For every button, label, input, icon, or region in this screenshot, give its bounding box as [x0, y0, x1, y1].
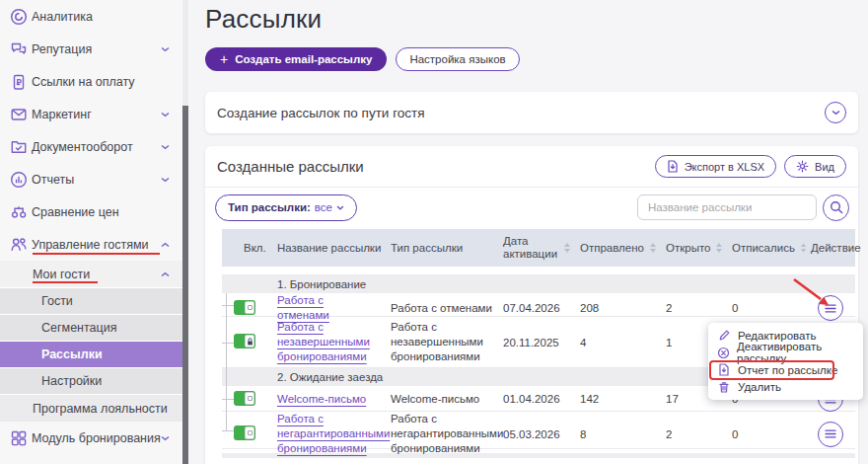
search-input[interactable]: [637, 194, 817, 220]
opened-count: 2: [666, 302, 732, 314]
mailing-name-link[interactable]: Работа с незавершенными бронированиями: [277, 320, 385, 364]
guest-journey-title: Создание рассылок по пути гостя: [217, 106, 425, 120]
chevron-down-icon: [161, 112, 170, 117]
gear-icon: [796, 160, 809, 173]
reports-icon: [9, 170, 29, 190]
sidebar-item-price-compare[interactable]: Сравнение цен: [0, 195, 182, 228]
tree-line: [222, 430, 234, 431]
tree-line: [222, 305, 234, 306]
mailing-type: Welcome-письмо: [391, 392, 483, 407]
export-file-icon: [667, 160, 679, 173]
sidebar-item-settings[interactable]: Настройки: [0, 367, 182, 394]
sidebar-item-analytics[interactable]: Аналитика: [0, 0, 182, 33]
col-header-sent[interactable]: Отправлено: [580, 242, 666, 254]
view-settings-button[interactable]: Вид: [784, 155, 846, 178]
sidebar-scrollbar-thumb[interactable]: [182, 106, 188, 464]
menu-item-report[interactable]: Отчет по рассылке: [708, 361, 863, 379]
col-header-opened[interactable]: Открыто: [666, 242, 732, 254]
page-title: Рассылки: [205, 4, 868, 35]
sidebar-item-my-guests[interactable]: Мои гости: [0, 261, 182, 287]
sidebar-item-loyalty-program[interactable]: Программа лояльности: [0, 394, 182, 422]
sent-count: 4: [580, 337, 666, 348]
sidebar-item-documents[interactable]: Документооборот: [0, 130, 182, 163]
pencil-icon: [717, 329, 731, 342]
reputation-icon: [9, 39, 29, 59]
sidebar-item-reports[interactable]: Отчеты: [0, 163, 182, 195]
mailing-type-filter[interactable]: Тип рассылки: все: [215, 194, 357, 221]
language-settings-label: Настройка языков: [409, 53, 505, 65]
filter-label: Тип рассылки:: [228, 201, 311, 213]
search-icon: [830, 200, 843, 214]
row-actions-button[interactable]: [818, 295, 843, 321]
price-compare-icon: [9, 202, 29, 222]
guest-journey-card: Создание рассылок по пути гостя: [205, 92, 858, 133]
enabled-toggle-locked[interactable]: [234, 334, 255, 348]
sidebar-item-label: Мои гости: [33, 268, 90, 281]
chevron-up-icon: [161, 271, 170, 277]
chevron-down-icon: [336, 205, 344, 210]
sidebar-item-label: Сравнение цен: [32, 205, 119, 219]
chevron-down-icon: [161, 177, 170, 183]
mailing-name-link[interactable]: Работа с отменами: [277, 293, 385, 323]
sidebar-item-guests[interactable]: Гости: [0, 287, 182, 314]
created-mailings-title: Созданные рассылки: [217, 158, 364, 175]
sidebar-item-reputation[interactable]: Репутация: [0, 33, 182, 65]
menu-item-label: Редактировать: [738, 330, 816, 342]
menu-item-deactivate[interactable]: Деактивировать рассылку: [708, 345, 863, 362]
chevron-down-icon: [161, 435, 170, 441]
view-settings-label: Вид: [815, 161, 834, 173]
sidebar-item-label: Гости: [41, 294, 73, 308]
sort-icon: [563, 242, 571, 254]
enabled-toggle[interactable]: [234, 391, 255, 406]
enabled-toggle[interactable]: [234, 425, 255, 440]
unsubscribed-count: 0: [732, 302, 811, 314]
export-xlsx-label: Экспорт в XLSX: [685, 161, 764, 173]
sidebar-item-label: Ссылки на оплату: [32, 75, 135, 89]
toolbar: + Создать email-рассылку Настройка языко…: [205, 47, 868, 71]
tree-line: [222, 343, 234, 344]
col-header-activation-date[interactable]: Дата активации: [503, 235, 580, 261]
mailing-type: Работа с незавершенными бронированиями: [391, 320, 497, 364]
opened-count: 2: [666, 428, 732, 440]
sort-icon: [800, 242, 807, 254]
sidebar-item-payment-links[interactable]: Ссылки на оплату: [0, 65, 182, 98]
mailing-name-link[interactable]: Работа с негарантированными бронирования…: [277, 412, 398, 456]
mailing-type: Работа с негарантированными бронирования…: [391, 412, 507, 456]
sidebar-item-marketing[interactable]: Маркетинг: [0, 98, 182, 130]
app-window: Аналитика Репутация Ссылки на оплату Мар…: [0, 0, 868, 464]
tree-line: [222, 399, 234, 400]
sidebar-item-segmentation[interactable]: Сегментация: [0, 314, 182, 341]
plus-icon: +: [220, 52, 228, 66]
created-mailings-card: Созданные рассылки Экспорт в XLSX Вид Ти…: [205, 146, 858, 464]
col-header-unsubscribed[interactable]: Отписались: [732, 242, 811, 254]
enabled-toggle[interactable]: [234, 300, 255, 315]
sidebar-item-booking-module[interactable]: Модуль бронирования: [0, 422, 182, 454]
sidebar-item-label: Документооборот: [32, 140, 133, 154]
sidebar: Аналитика Репутация Ссылки на оплату Мар…: [0, 0, 189, 464]
report-file-icon: [717, 363, 731, 376]
activation-date: 01.04.2026: [503, 393, 580, 405]
activation-date: 20.11.2025: [503, 337, 580, 348]
export-xlsx-button[interactable]: Экспорт в XLSX: [655, 155, 776, 178]
sidebar-item-label: Аналитика: [32, 10, 93, 24]
sidebar-item-guest-management[interactable]: Управление гостями: [0, 228, 182, 261]
language-settings-button[interactable]: Настройка языков: [396, 47, 519, 71]
sidebar-item-label: Программа лояльности: [33, 402, 168, 416]
lock-icon: [247, 338, 253, 346]
expand-journey-button[interactable]: [825, 102, 846, 123]
menu-item-label: Отчет по рассылке: [738, 364, 837, 376]
sent-count: 208: [580, 302, 666, 314]
col-header-type: Тип рассылки: [391, 242, 503, 254]
table-row: Работа с негарантированными бронирования…: [222, 412, 855, 449]
sort-icon: [715, 242, 723, 254]
mailing-name-link[interactable]: Welcome-письмо: [277, 392, 374, 407]
col-header-name: Название рассылки: [277, 242, 391, 254]
row-actions-button[interactable]: [818, 422, 843, 447]
sidebar-item-mailings[interactable]: Рассылки: [0, 341, 182, 367]
sidebar-item-label: Маркетинг: [32, 108, 92, 121]
sent-count: 8: [580, 428, 666, 440]
search-button[interactable]: [823, 194, 849, 221]
unsubscribed-count: 0: [732, 428, 811, 440]
create-email-campaign-button[interactable]: + Создать email-рассылку: [205, 47, 387, 71]
menu-item-delete[interactable]: Удалить: [708, 379, 863, 397]
